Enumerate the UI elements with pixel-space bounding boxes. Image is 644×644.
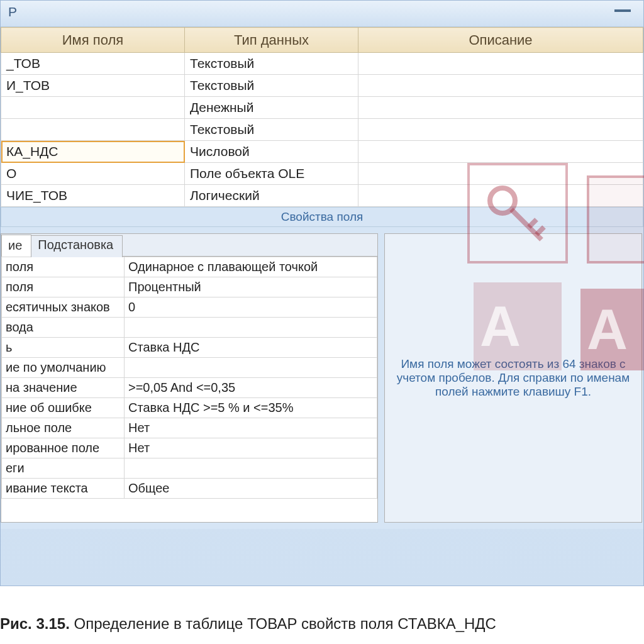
- property-tabs: ие Подстановка: [1, 234, 377, 257]
- property-row[interactable]: ние об ошибкеСтавка НДС >=5 % и <=35%: [2, 398, 377, 418]
- property-sheet: ие Подстановка поляОдинарное с плавающей…: [1, 233, 378, 523]
- field-cell-desc[interactable]: [358, 53, 643, 75]
- field-cell-desc[interactable]: [358, 163, 643, 185]
- property-label: ь: [2, 338, 125, 358]
- property-value[interactable]: [125, 358, 377, 378]
- field-cell-desc[interactable]: [358, 75, 643, 97]
- field-cell-desc[interactable]: [358, 185, 643, 207]
- property-value[interactable]: 0: [125, 297, 377, 318]
- property-label: на значение: [2, 378, 125, 398]
- property-row[interactable]: поляОдинарное с плавающей точкой: [2, 257, 377, 277]
- tab-title: Р: [8, 4, 17, 19]
- property-label: поля: [2, 257, 125, 277]
- property-row[interactable]: поляПроцентный: [2, 277, 377, 297]
- property-label: еги: [2, 458, 125, 479]
- property-label: есятичных знаков: [2, 297, 125, 318]
- field-row[interactable]: ОПоле объекта OLE: [1, 163, 643, 185]
- titlebar[interactable]: Р: [1, 1, 643, 27]
- property-table[interactable]: поляОдинарное с плавающей точкойполяПроц…: [1, 257, 377, 499]
- field-cell-type[interactable]: Текстовый: [185, 119, 358, 141]
- field-row[interactable]: Текстовый: [1, 119, 643, 141]
- field-cell-type[interactable]: Текстовый: [185, 53, 358, 75]
- column-header-type[interactable]: Тип данных: [185, 28, 358, 53]
- field-cell-type[interactable]: Числовой: [185, 141, 358, 163]
- property-value[interactable]: >=0,05 And <=0,35: [125, 378, 377, 398]
- property-value[interactable]: Ставка НДС >=5 % и <=35%: [125, 398, 377, 418]
- field-cell-type[interactable]: Логический: [185, 185, 358, 207]
- property-row[interactable]: ированное полеНет: [2, 438, 377, 458]
- design-view-window: Р Имя поля Тип данных Описание _ТОВТекст…: [0, 0, 644, 586]
- field-row[interactable]: ЧИЕ_ТОВЛогический: [1, 185, 643, 207]
- property-value[interactable]: [125, 458, 377, 479]
- field-cell-desc[interactable]: [358, 141, 643, 163]
- help-text: Имя поля может состоять из 64 знаков с у…: [395, 357, 631, 399]
- field-cell-name[interactable]: ЧИЕ_ТОВ: [1, 185, 185, 207]
- tab-general[interactable]: ие: [1, 235, 31, 257]
- property-row[interactable]: ьСтавка НДС: [2, 338, 377, 358]
- field-row[interactable]: _ТОВТекстовый: [1, 53, 643, 75]
- property-value[interactable]: Ставка НДС: [125, 338, 377, 358]
- property-row[interactable]: ие по умолчанию: [2, 358, 377, 378]
- field-cell-type[interactable]: Поле объекта OLE: [185, 163, 358, 185]
- property-label: поля: [2, 277, 125, 297]
- field-cell-name[interactable]: [1, 97, 185, 119]
- figure-caption: Рис. 3.15. Определение в таблице ТОВАР с…: [0, 615, 496, 633]
- field-definition-grid[interactable]: Имя поля Тип данных Описание _ТОВТекстов…: [1, 27, 643, 207]
- caption-text: Определение в таблице ТОВАР свойств поля…: [70, 615, 496, 632]
- tab-lookup[interactable]: Подстановка: [31, 235, 123, 257]
- field-cell-name[interactable]: [1, 119, 185, 141]
- lower-pane: ие Подстановка поляОдинарное с плавающей…: [1, 227, 643, 529]
- field-cell-type[interactable]: Текстовый: [185, 75, 358, 97]
- help-pane: Имя поля может состоять из 64 знаков с у…: [384, 233, 642, 523]
- minimize-icon[interactable]: [614, 9, 631, 12]
- property-row[interactable]: еги: [2, 458, 377, 479]
- property-value[interactable]: Нет: [125, 438, 377, 458]
- field-cell-name[interactable]: И_ТОВ: [1, 75, 185, 97]
- field-cell-name[interactable]: КА_НДС: [1, 141, 185, 163]
- field-cell-name[interactable]: _ТОВ: [1, 53, 185, 75]
- property-row[interactable]: вода: [2, 318, 377, 338]
- property-row[interactable]: льное полеНет: [2, 418, 377, 438]
- field-row[interactable]: Денежный: [1, 97, 643, 119]
- property-value[interactable]: Общее: [125, 479, 377, 499]
- property-row[interactable]: ивание текстаОбщее: [2, 479, 377, 499]
- column-header-desc[interactable]: Описание: [358, 28, 643, 53]
- property-label: ированное поле: [2, 438, 125, 458]
- field-cell-type[interactable]: Денежный: [185, 97, 358, 119]
- field-properties-label: Свойства поля: [1, 207, 643, 227]
- property-row[interactable]: есятичных знаков0: [2, 297, 377, 318]
- property-label: ивание текста: [2, 479, 125, 499]
- property-label: ие по умолчанию: [2, 358, 125, 378]
- field-row[interactable]: КА_НДСЧисловой: [1, 141, 643, 163]
- field-cell-desc[interactable]: [358, 97, 643, 119]
- property-row[interactable]: на значение>=0,05 And <=0,35: [2, 378, 377, 398]
- property-label: вода: [2, 318, 125, 338]
- field-cell-desc[interactable]: [358, 119, 643, 141]
- property-label: ние об ошибке: [2, 398, 125, 418]
- field-row[interactable]: И_ТОВТекстовый: [1, 75, 643, 97]
- property-value[interactable]: Нет: [125, 418, 377, 438]
- property-value[interactable]: [125, 318, 377, 338]
- property-value[interactable]: Одинарное с плавающей точкой: [125, 257, 377, 277]
- property-label: льное поле: [2, 418, 125, 438]
- property-value[interactable]: Процентный: [125, 277, 377, 297]
- caption-number: Рис. 3.15.: [0, 615, 70, 632]
- field-cell-name[interactable]: О: [1, 163, 185, 185]
- column-header-name[interactable]: Имя поля: [1, 28, 185, 53]
